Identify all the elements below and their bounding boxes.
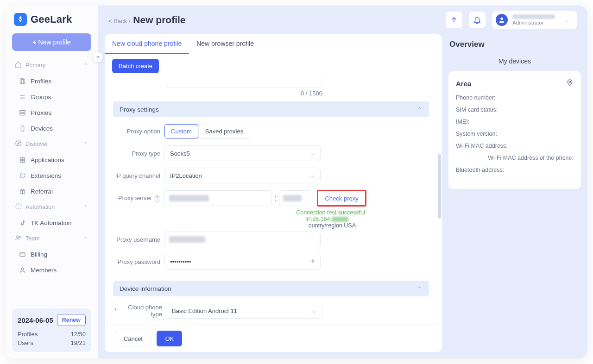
sidebar-item-profiles[interactable]: Profiles [9,73,94,89]
expiry-date: 2024-06-05 [18,316,53,324]
svg-rect-5 [19,110,25,112]
chevron-down-icon: ⌄ [310,151,315,157]
proxy-type-select[interactable]: Socks5⌄ [164,145,321,161]
page-title: New profile [133,14,185,25]
check-proxy-button[interactable]: Check proxy [317,190,366,207]
svg-rect-18 [19,252,25,256]
sidebar-item-tk-automation[interactable]: TK Automation [9,215,94,231]
sidebar-item-referral[interactable]: Referral [9,183,94,199]
nav-section-automation[interactable]: Automation ⌃ [9,199,94,215]
connection-ip-text: IP:95.164. [170,216,429,222]
connection-result: Connection test successful IP:95.164. ou… [170,209,429,229]
svg-point-21 [500,18,503,20]
scrollbar[interactable] [438,154,441,219]
brand-logo-icon [14,13,27,26]
location-icon [566,79,574,88]
brand-name: GeeLark [31,13,72,25]
new-profile-button[interactable]: + New profile [12,33,91,51]
overview-card: Area Phone number: SIM card status: IMEI… [448,71,581,189]
ov-system: System version: [456,131,574,137]
toggle-password-icon[interactable]: 👁 [310,258,316,265]
profiles-icon [19,77,26,85]
remark-textarea[interactable] [166,78,322,88]
label-proxy-server: Proxy server? [113,195,164,202]
automation-icon [15,203,22,211]
users-quota-value: 19/21 [70,339,86,346]
sidebar: GeeLark + New profile « Primary ⌃ Profil… [6,6,98,358]
tab-cloud-phone[interactable]: New cloud phone profile [105,34,189,54]
renew-button[interactable]: Renew [57,314,86,326]
account-menu[interactable]: Administrator ⌄ [492,11,577,29]
nav-section-discover[interactable]: Discover ⌃ [9,136,94,152]
required-star: * [113,308,117,314]
ov-wifi: Wi-Fi MAC address: [456,143,574,149]
account-role: Administrator [512,20,555,26]
back-link[interactable]: < Back / [108,18,130,25]
proxy-host-input[interactable] [164,190,271,206]
svg-rect-13 [23,160,25,162]
cloud-phone-type-select[interactable]: Basic Edition Android 11⌄ [166,303,322,319]
ip-query-select[interactable]: IP2Location⌄ [164,168,321,183]
ok-button[interactable]: OK [157,331,182,346]
form-footer: Cancel OK [105,325,442,352]
brand: GeeLark [6,6,98,31]
proxy-port-input[interactable] [279,190,310,206]
profiles-quota-label: Profiles [18,331,38,338]
chevron-down-icon: ⌄ [563,17,570,23]
svg-marker-9 [18,143,19,144]
remark-counter: 0 / 1500 [166,90,322,97]
svg-point-17 [19,237,20,238]
billing-icon [19,251,26,258]
sidebar-item-proxies[interactable]: Proxies [9,105,94,120]
label-ip-query: IP query channel [113,172,164,179]
section-proxy-settings[interactable]: Proxy settings ⌃ [113,101,429,117]
ov-imei: IMEI: [456,119,574,125]
cancel-button[interactable]: Cancel [115,331,151,346]
label-proxy-option: Proxy option [113,128,164,135]
tab-browser[interactable]: New browser profile [189,34,261,54]
extensions-icon [19,172,26,179]
sidebar-item-groups[interactable]: Groups [9,89,94,105]
account-name-redacted [512,14,555,19]
chevron-up-icon: ⌃ [82,236,88,242]
chevron-down-icon: ⌄ [312,308,316,314]
nav-section-team[interactable]: Team ⌃ [9,231,94,246]
compass-icon [15,140,22,148]
ov-phone: Phone number: [456,94,574,101]
svg-point-20 [21,268,24,270]
sidebar-item-extensions[interactable]: Extensions [9,168,94,183]
upload-button[interactable] [446,12,462,28]
home-icon [15,61,22,69]
sidebar-item-applications[interactable]: Applications [9,152,94,168]
nav-section-primary[interactable]: Primary ⌃ [9,57,94,73]
avatar-icon [496,14,508,26]
chevron-up-icon: ⌃ [416,286,423,292]
section-device-information[interactable]: Device information ⌃ [113,281,429,296]
groups-icon [19,93,26,100]
chevron-down-icon: ⌄ [310,173,315,179]
ov-bt: Bluetooth address: [456,167,574,173]
overview-tab-my-devices[interactable]: My devices [494,55,536,68]
svg-rect-7 [21,126,24,131]
label-proxy-type: Proxy type [113,150,164,157]
sidebar-item-billing[interactable]: Billing [9,246,94,262]
batch-create-button[interactable]: Batch create [112,59,159,73]
proxy-option-custom[interactable]: Custom [164,124,198,138]
proxy-password-input[interactable]: •••••••••• [164,254,321,270]
sidebar-item-devices[interactable]: Devices [9,120,94,136]
proxy-option-saved[interactable]: Saved proxies [199,124,250,138]
connection-success-text: Connection test successful [170,209,429,216]
team-icon [15,234,22,243]
users-quota-label: Users [18,339,33,346]
proxy-username-input[interactable] [164,232,321,247]
svg-rect-12 [20,160,22,162]
overview-panel: Overview My devices Area Phone number: S… [448,34,581,352]
main-area: < Back / New profile Administrator ⌄ [98,6,587,358]
overview-area-heading: Area [456,80,471,88]
gift-icon [19,188,26,195]
sidebar-item-members[interactable]: Members [9,262,94,278]
notifications-button[interactable] [469,12,486,28]
tiktok-icon [19,219,26,226]
help-icon[interactable]: ? [154,195,160,202]
sidebar-collapse-handle[interactable]: « [93,52,103,62]
